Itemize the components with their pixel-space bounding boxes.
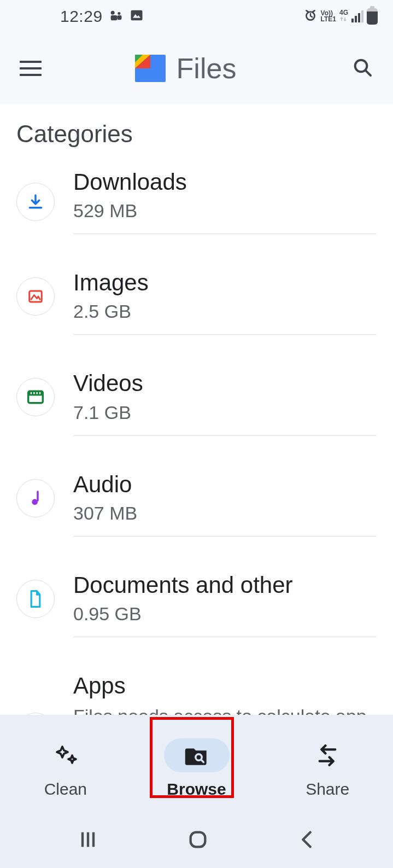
app-title: Files: [177, 52, 237, 85]
home-button[interactable]: [187, 829, 209, 853]
category-documents[interactable]: Documents and other 0.95 GB: [16, 549, 377, 649]
category-images[interactable]: Images 2.5 GB: [16, 246, 377, 347]
status-bar: 12:29 Vo)) LTE1 4G: [0, 0, 393, 33]
category-size: 7.1 GB: [73, 402, 374, 423]
status-left: 12:29: [60, 7, 144, 26]
nav-label: Share: [306, 780, 349, 799]
main-content: Categories Downloads 529 MB Images 2.5 G…: [0, 104, 393, 815]
volte-indicator: Vo)) LTE1: [321, 10, 336, 22]
category-label: Apps: [73, 673, 374, 698]
category-size: 0.95 GB: [73, 603, 374, 625]
status-right: Vo)) LTE1 4G: [303, 8, 378, 25]
sparkle-icon: [33, 738, 98, 772]
svg-rect-1: [110, 15, 117, 20]
category-videos[interactable]: Videos 7.1 GB: [16, 347, 377, 447]
folder-search-icon: [164, 738, 230, 772]
files-logo-icon: [135, 55, 166, 82]
battery-icon: [367, 8, 378, 25]
nav-label: Clean: [44, 780, 87, 799]
audio-icon: [16, 479, 55, 517]
category-downloads[interactable]: Downloads 529 MB: [16, 167, 377, 246]
category-label: Downloads: [73, 170, 374, 195]
category-size: 529 MB: [73, 200, 374, 222]
image-icon: [129, 8, 144, 25]
download-icon: [16, 183, 55, 221]
video-icon: [16, 378, 55, 416]
bottom-nav: Clean Browse Share: [0, 715, 393, 813]
svg-point-2: [118, 12, 120, 15]
image-icon: [16, 277, 55, 316]
nav-browse[interactable]: Browse: [131, 724, 262, 813]
category-label: Videos: [73, 371, 374, 396]
nav-label: Browse: [167, 780, 226, 799]
app-title-wrap: Files: [35, 52, 336, 85]
svg-rect-3: [117, 15, 121, 20]
category-label: Images: [73, 270, 374, 295]
network-gen-indicator: 4G: [339, 10, 348, 24]
category-size: 307 MB: [73, 503, 374, 524]
svg-line-8: [366, 71, 371, 75]
signal-icon: [351, 10, 363, 22]
svg-point-0: [110, 11, 114, 15]
svg-rect-22: [191, 832, 206, 847]
recents-button[interactable]: [77, 829, 99, 853]
nav-clean[interactable]: Clean: [0, 724, 131, 813]
document-icon: [16, 580, 55, 618]
teams-icon: [108, 8, 124, 25]
back-button[interactable]: [297, 829, 316, 853]
category-audio[interactable]: Audio 307 MB: [16, 448, 377, 549]
category-label: Documents and other: [73, 573, 374, 598]
nav-share[interactable]: Share: [262, 724, 393, 813]
svg-rect-4: [131, 10, 142, 21]
status-time: 12:29: [60, 7, 103, 26]
svg-point-11: [32, 499, 38, 505]
category-size: 2.5 GB: [73, 301, 374, 322]
app-bar: Files: [0, 33, 393, 104]
alarm-icon: [303, 8, 318, 25]
share-icon: [295, 738, 360, 772]
section-title-categories: Categories: [16, 120, 377, 148]
system-nav-bar: [0, 813, 393, 868]
search-button[interactable]: [351, 56, 373, 80]
category-label: Audio: [73, 472, 374, 497]
